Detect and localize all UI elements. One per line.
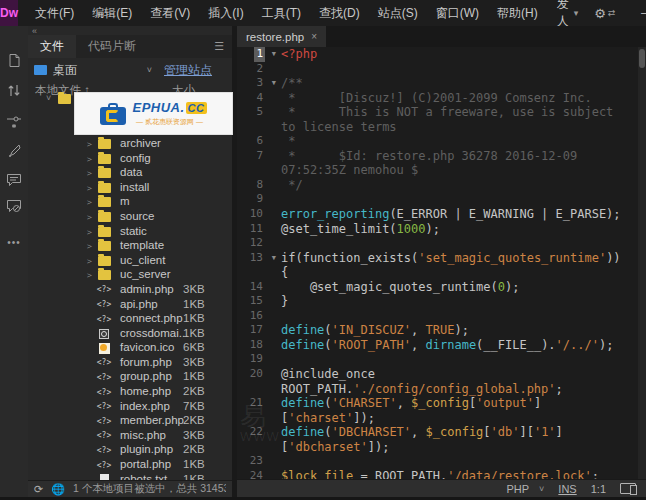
more-options-icon[interactable]: ••• xyxy=(0,237,28,248)
tree-row-file[interactable]: <?>admin.php3KB xyxy=(28,283,232,298)
expand-chevron-icon[interactable]: ＞ xyxy=(85,196,94,209)
panel-menu-icon[interactable]: ☰ xyxy=(214,40,224,53)
expand-chevron-icon[interactable]: ＞ xyxy=(85,226,94,239)
code-line[interactable]: 22define('DBCHARSET', $_config['db']['1'… xyxy=(237,425,646,440)
code-format-icon[interactable] xyxy=(0,136,28,164)
code-line[interactable]: 23 xyxy=(237,454,646,469)
expand-chevron-icon[interactable]: ＞ xyxy=(85,211,94,224)
code-line-wrap[interactable]: 07:52:35Z nemohou $ xyxy=(237,163,646,178)
code-line[interactable]: 12 xyxy=(237,236,646,251)
panel-tab-snippets[interactable]: 代码片断 xyxy=(76,35,148,58)
tree-row-file[interactable]: <?>portal.php1KB xyxy=(28,458,232,473)
site-selector[interactable]: 桌面 ˅ xyxy=(34,62,152,79)
tree-row-file[interactable]: <?>plugin.php2KB xyxy=(28,443,232,458)
code-line[interactable]: 24$lock_file = ROOT_PATH.'/data/restore.… xyxy=(237,469,646,479)
tree-row-file[interactable]: <?>home.php2KB xyxy=(28,385,232,400)
sync-settings-button[interactable]: ⚙ ⇄ xyxy=(588,6,629,21)
file-transfer-icon[interactable] xyxy=(0,76,28,104)
code-line-wrap[interactable]: { xyxy=(237,265,646,280)
tree-row-folder[interactable]: ＞static xyxy=(28,225,232,240)
panel-tab-files[interactable]: 文件 xyxy=(28,35,76,58)
code-line[interactable]: 19 xyxy=(237,352,646,367)
tree-row-file[interactable]: favicon.ico6KB xyxy=(28,341,232,356)
code-line-wrap[interactable]: ROOT_PATH.'./config/config_global.php'; xyxy=(237,382,646,397)
expand-chevron-icon[interactable]: ˅ xyxy=(46,93,51,103)
code-fold-icon[interactable]: ▼ xyxy=(272,251,276,266)
expand-chevron-icon[interactable]: ＞ xyxy=(85,167,94,180)
code-line[interactable]: 8 */ xyxy=(237,178,646,193)
code-line[interactable]: 13▼if(function_exists('set_magic_quotes_… xyxy=(237,251,646,266)
code-line[interactable]: 20@include_once xyxy=(237,367,646,382)
refresh-icon[interactable]: ⟳ xyxy=(34,483,43,496)
code-line[interactable]: 7 * $Id: restore.php 36278 2016-12-09 xyxy=(237,149,646,164)
code-line[interactable]: 18define('ROOT_PATH', dirname(__FILE__).… xyxy=(237,338,646,353)
code-fold-icon[interactable]: ▼ xyxy=(272,76,276,91)
folder-icon xyxy=(98,270,111,280)
code-line-wrap[interactable]: ['charset']); xyxy=(237,411,646,426)
tree-row-file[interactable]: <?>group.php1KB xyxy=(28,370,232,385)
code-fold-icon[interactable]: ▼ xyxy=(272,47,276,62)
expand-chevron-icon[interactable]: ＞ xyxy=(85,138,94,151)
expand-chevron-icon[interactable]: ＞ xyxy=(85,269,94,282)
menu-item-8[interactable]: 帮助(H) xyxy=(488,0,547,26)
comment-icon[interactable] xyxy=(0,166,28,194)
code-line[interactable]: 6 * xyxy=(237,134,646,149)
tree-row-file[interactable]: <?>api.php1KB xyxy=(28,298,232,313)
tree-row-folder[interactable]: ＞install xyxy=(28,181,232,196)
menu-item-3[interactable]: 插入(I) xyxy=(199,0,252,26)
tree-row-folder[interactable]: ＞uc_client xyxy=(28,254,232,269)
tree-row-folder[interactable]: ＞archiver xyxy=(28,137,232,152)
code-line[interactable]: 11@set_time_limit(1000); xyxy=(237,222,646,237)
tree-row-file[interactable]: crossdomai...1KB xyxy=(28,327,232,342)
code-line[interactable]: 2 xyxy=(237,62,646,77)
menu-item-0[interactable]: 文件(F) xyxy=(26,0,83,26)
scrollbar-thumb[interactable] xyxy=(639,49,645,68)
tree-row-file[interactable]: <?>member.php2KB xyxy=(28,414,232,429)
tree-row-folder[interactable]: ＞source xyxy=(28,210,232,225)
code-line[interactable]: 16 xyxy=(237,309,646,324)
code-line[interactable]: 5 * This is NOT a freeware, use is subje… xyxy=(237,105,646,120)
live-view-options-icon[interactable] xyxy=(0,108,28,136)
tree-row-folder[interactable]: ＞m xyxy=(28,195,232,210)
menu-item-1[interactable]: 编辑(E) xyxy=(83,0,141,26)
tree-row-folder[interactable]: ＞template xyxy=(28,239,232,254)
tree-row-folder[interactable]: ＞uc_server xyxy=(28,268,232,283)
code-line[interactable]: 1▼<?php xyxy=(237,47,646,62)
tree-row-folder[interactable]: ＞data xyxy=(28,166,232,181)
expand-chevron-icon[interactable]: ＞ xyxy=(85,240,94,253)
tree-row-file[interactable]: <?>misc.php3KB xyxy=(28,429,232,444)
tree-row-file[interactable]: <?>connect.php1KB xyxy=(28,312,232,327)
tree-row-file[interactable]: <?>forum.php3KB xyxy=(28,356,232,371)
code-line[interactable]: 14 @set_magic_quotes_runtime(0); xyxy=(237,280,646,295)
code-line[interactable]: 15} xyxy=(237,294,646,309)
manage-sites-link[interactable]: 管理站点 xyxy=(164,62,212,79)
code-line[interactable]: 21define('CHARSET', $_config['output'] xyxy=(237,396,646,411)
comment-off-icon[interactable] xyxy=(0,192,28,220)
expand-chevron-icon[interactable]: ＞ xyxy=(85,182,94,195)
code-view[interactable]: 易 WWW 1▼<?php23▼/**4 * [Discuz!] (C)2001… xyxy=(237,47,646,479)
expand-chevron-icon[interactable]: ＞ xyxy=(85,153,94,166)
code-line[interactable]: 17define('IN_DISCUZ', TRUE); xyxy=(237,323,646,338)
menu-item-7[interactable]: 窗口(W) xyxy=(427,0,488,26)
code-line[interactable]: 10error_reporting(E_ERROR | E_WARNING | … xyxy=(237,207,646,222)
code-line-wrap[interactable]: ['dbcharset']); xyxy=(237,440,646,455)
menu-item-2[interactable]: 查看(V) xyxy=(141,0,199,26)
open-documents-icon[interactable] xyxy=(0,46,28,74)
menu-item-4[interactable]: 工具(T) xyxy=(253,0,310,26)
menu-item-6[interactable]: 站点(S) xyxy=(369,0,427,26)
language-selector[interactable]: PHP ˅ xyxy=(506,483,544,495)
close-icon[interactable]: × xyxy=(311,31,317,42)
realtime-preview-icon[interactable] xyxy=(620,483,636,494)
code-line[interactable]: 4 * [Discuz!] (C)2001-2099 Comsenz Inc. xyxy=(237,91,646,106)
minimize-button[interactable]: – xyxy=(629,2,646,24)
expand-chevron-icon[interactable]: ＞ xyxy=(85,255,94,268)
code-line[interactable]: 9 xyxy=(237,192,646,207)
code-line[interactable]: 3▼/** xyxy=(237,76,646,91)
tree-row-folder[interactable]: ＞config xyxy=(28,152,232,167)
vertical-scrollbar[interactable] xyxy=(638,47,646,479)
tree-row-file[interactable]: <?>index.php7KB xyxy=(28,400,232,415)
code-line-wrap[interactable]: to license terms xyxy=(237,120,646,135)
document-tab-restore-php[interactable]: restore.php × xyxy=(237,26,326,47)
remote-server-icon[interactable]: 🌐 xyxy=(51,483,65,496)
menu-item-5[interactable]: 查找(D) xyxy=(310,0,369,26)
